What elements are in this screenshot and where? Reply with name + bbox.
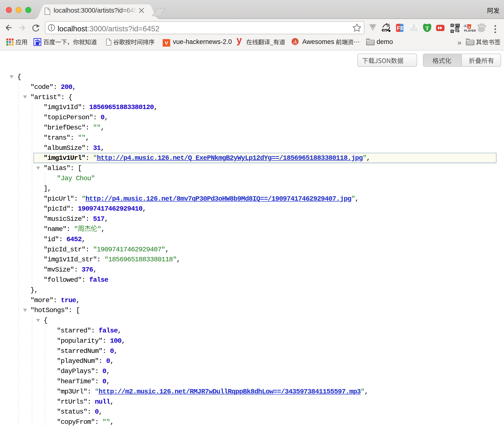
svg-text:E: E	[400, 25, 404, 31]
svg-text:5: 5	[468, 25, 470, 29]
svg-text:T: T	[425, 25, 429, 31]
svg-text:F: F	[397, 25, 400, 31]
svg-text:PLAYER: PLAYER	[464, 29, 476, 32]
